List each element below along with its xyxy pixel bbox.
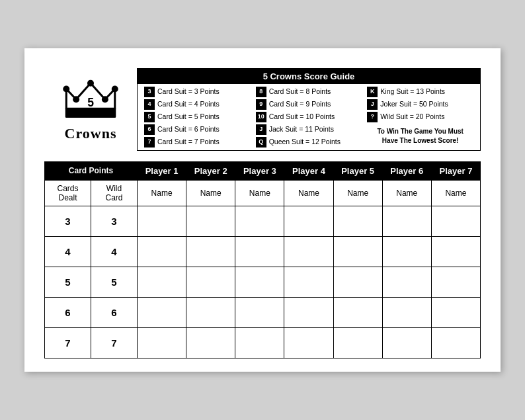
score-text: Card Suit = 4 Points	[157, 100, 220, 109]
score-guide-body: 3 Card Suit = 3 Points 4 Card Suit = 4 P…	[138, 84, 480, 150]
score-cell[interactable]	[284, 237, 333, 267]
player4-name[interactable]: Name	[284, 181, 333, 206]
card-points-header: Card Points	[45, 162, 138, 181]
score-row: 8 Card Suit = 8 Points	[256, 87, 362, 97]
wild-card-cell: 6	[91, 298, 138, 328]
score-cell[interactable]	[333, 206, 382, 237]
score-col-2: 8 Card Suit = 8 Points 9 Card Suit = 9 P…	[253, 87, 365, 147]
player6-header: Player 6	[382, 162, 431, 181]
table-row: 77	[45, 328, 481, 358]
score-row: 5 Card Suit = 5 Points	[144, 112, 251, 122]
table-body: 3344556677	[45, 206, 481, 358]
wild-card-label: WildCard	[91, 181, 138, 206]
score-cell[interactable]	[284, 206, 333, 237]
score-guide: 5 Crowns Score Guide 3 Card Suit = 3 Poi…	[137, 68, 481, 151]
score-text: Card Suit = 9 Points	[269, 100, 331, 109]
score-cell[interactable]	[431, 328, 480, 358]
svg-point-4	[89, 81, 93, 85]
score-col-3: K King Suit = 13 Points J Joker Suit = 5…	[364, 87, 476, 147]
score-table-wrapper: Card Points Player 1 Player 2 Player 3 P…	[44, 161, 481, 358]
score-cell[interactable]	[235, 298, 284, 328]
score-row: J Joker Suit = 50 Points	[367, 99, 473, 110]
cards-dealt-cell: 5	[45, 267, 91, 298]
score-text: Card Suit = 10 Points	[269, 112, 335, 122]
table-row: 33	[45, 206, 481, 237]
player7-header: Player 7	[431, 162, 480, 181]
score-text: Jack Suit = 11 Points	[269, 125, 334, 134]
header-section: 5 Crowns 5 Crowns Score Guide 3 Card Sui…	[44, 68, 481, 151]
score-cell[interactable]	[186, 328, 235, 358]
score-badge: 8	[256, 87, 266, 97]
score-cell[interactable]	[333, 328, 382, 358]
crown-icon: 5	[61, 77, 120, 124]
cards-dealt-cell: 6	[45, 298, 91, 328]
player4-header: Player 4	[284, 162, 333, 181]
score-badge: 6	[144, 124, 155, 135]
score-badge: Q	[256, 137, 266, 147]
player6-name[interactable]: Name	[382, 181, 431, 206]
score-guide-title: 5 Crowns Score Guide	[138, 69, 480, 84]
wild-card-cell: 7	[91, 328, 138, 358]
score-badge: 10	[256, 112, 266, 122]
score-cell[interactable]	[186, 267, 235, 298]
score-cell[interactable]	[284, 328, 333, 358]
table-row: 44	[45, 237, 481, 267]
score-cell[interactable]	[235, 237, 284, 267]
crowns-logo-text: Crowns	[65, 125, 117, 142]
score-cell[interactable]	[431, 267, 480, 298]
score-cell[interactable]	[138, 206, 186, 237]
player1-header: Player 1	[138, 162, 186, 181]
score-cell[interactable]	[186, 298, 235, 328]
score-cell[interactable]	[235, 267, 284, 298]
score-cell[interactable]	[186, 206, 235, 237]
score-cell[interactable]	[431, 237, 480, 267]
score-cell[interactable]	[138, 267, 186, 298]
score-text: Card Suit = 8 Points	[269, 87, 331, 97]
score-cell[interactable]	[235, 206, 284, 237]
score-cell[interactable]	[382, 298, 431, 328]
table-row: 55	[45, 267, 481, 298]
score-cell[interactable]	[235, 328, 284, 358]
score-row: 10 Card Suit = 10 Points	[256, 112, 362, 122]
score-cell[interactable]	[333, 237, 382, 267]
score-cell[interactable]	[382, 328, 431, 358]
score-cell[interactable]	[382, 237, 431, 267]
score-badge: 4	[144, 99, 155, 110]
score-row: 3 Card Suit = 3 Points	[144, 87, 251, 97]
score-cell[interactable]	[186, 237, 235, 267]
player5-name[interactable]: Name	[333, 181, 382, 206]
score-cell[interactable]	[382, 206, 431, 237]
score-cell[interactable]	[431, 206, 480, 237]
cards-dealt-cell: 4	[45, 237, 91, 267]
player3-header: Player 3	[235, 162, 284, 181]
score-cell[interactable]	[382, 267, 431, 298]
player2-name[interactable]: Name	[186, 181, 235, 206]
table-row: 66	[45, 298, 481, 328]
player1-name[interactable]: Name	[138, 181, 186, 206]
score-cell[interactable]	[431, 298, 480, 328]
player3-name[interactable]: Name	[235, 181, 284, 206]
svg-rect-0	[66, 108, 115, 116]
score-row: K King Suit = 13 Points	[367, 87, 473, 97]
player7-name[interactable]: Name	[431, 181, 480, 206]
score-cell[interactable]	[333, 267, 382, 298]
score-row: J Jack Suit = 11 Points	[256, 124, 362, 135]
cards-dealt-cell: 7	[45, 328, 91, 358]
score-badge: J	[256, 124, 266, 135]
table-header-row: Card Points Player 1 Player 2 Player 3 P…	[45, 162, 481, 181]
score-row: 7 Card Suit = 7 Points	[144, 137, 251, 147]
score-cell[interactable]	[284, 267, 333, 298]
score-cell[interactable]	[138, 328, 186, 358]
score-cell[interactable]	[333, 298, 382, 328]
score-cell[interactable]	[138, 237, 186, 267]
score-text: King Suit = 13 Points	[380, 87, 445, 97]
score-row: 4 Card Suit = 4 Points	[144, 99, 251, 110]
score-row: ? Wild Suit = 20 Points	[367, 112, 473, 122]
score-badge: 9	[256, 99, 266, 110]
svg-point-5	[74, 97, 79, 101]
score-table: Card Points Player 1 Player 2 Player 3 P…	[44, 161, 481, 358]
score-cell[interactable]	[138, 298, 186, 328]
score-cell[interactable]	[284, 298, 333, 328]
score-badge: 5	[144, 112, 155, 122]
score-row: 9 Card Suit = 9 Points	[256, 99, 362, 110]
